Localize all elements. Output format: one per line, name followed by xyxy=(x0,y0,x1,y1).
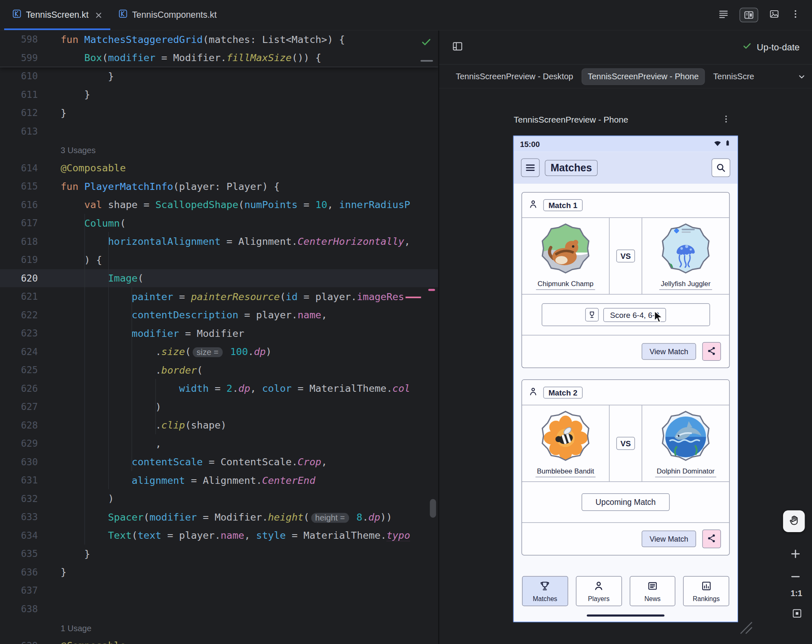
code-line[interactable]: 598fun MatchesStaggeredGrid(matches: Lis… xyxy=(0,30,438,49)
line-number[interactable]: 621 xyxy=(0,291,61,302)
line-number[interactable]: 635 xyxy=(0,548,61,559)
preview-tab[interactable]: TennisScreenPreview - Desktop xyxy=(449,68,579,85)
code-line[interactable]: 619 ) { xyxy=(0,251,438,269)
preview-tab[interactable]: TennisScreenPreview - Phone xyxy=(582,68,705,85)
code-line[interactable]: 631 alignment = Alignment.CenterEnd xyxy=(0,471,438,490)
view-match-button[interactable]: View Match xyxy=(642,530,696,547)
nav-item-news[interactable]: News xyxy=(629,576,675,606)
nav-item-rankings[interactable]: Rankings xyxy=(683,576,729,606)
code-editor[interactable]: 610 }611 }612}6133 Usages614@Composable6… xyxy=(0,30,439,644)
editor-tab[interactable]: TennisComponents.kt xyxy=(110,0,225,30)
line-number[interactable]: 631 xyxy=(0,475,61,485)
code-line[interactable]: 633 Spacer(modifier = Modifier.height(he… xyxy=(0,508,438,526)
code-line[interactable]: 635 } xyxy=(0,545,438,563)
preview-more-icon[interactable] xyxy=(722,114,731,126)
line-number[interactable]: 626 xyxy=(0,383,61,394)
player-avatar[interactable] xyxy=(660,410,711,463)
code-line[interactable]: 621 painter = painterResource(id = playe… xyxy=(0,287,438,306)
fit-screen-button[interactable] xyxy=(791,608,803,619)
zoom-in-button[interactable] xyxy=(789,548,802,560)
line-number[interactable]: 623 xyxy=(0,328,61,339)
code-line[interactable]: 629 , xyxy=(0,434,438,453)
code-line[interactable]: 634 Text(text = player.name, style = Mat… xyxy=(0,526,438,545)
line-number[interactable]: 628 xyxy=(0,420,61,431)
code-line[interactable]: 623 modifier = Modifier xyxy=(0,324,438,343)
share-button[interactable] xyxy=(702,530,721,548)
phone-preview[interactable]: 15:00 Matches xyxy=(513,136,738,623)
line-number[interactable]: 616 xyxy=(0,199,61,210)
code-line[interactable]: 618 horizontalAlignment = Alignment.Cent… xyxy=(0,232,438,251)
more-vertical-icon[interactable] xyxy=(790,8,800,22)
line-number[interactable]: 619 xyxy=(0,254,61,265)
line-number[interactable]: 624 xyxy=(0,346,61,357)
code-line[interactable]: 637 xyxy=(0,581,438,600)
line-number[interactable]: 636 xyxy=(0,567,61,578)
chevron-down-icon[interactable] xyxy=(792,65,807,88)
line-number[interactable]: 634 xyxy=(0,530,61,541)
code-line[interactable]: 624 .size(size = 100.dp) xyxy=(0,342,438,361)
code-line[interactable]: 615fun PlayerMatchInfo(player: Player) { xyxy=(0,177,438,196)
line-number[interactable]: 617 xyxy=(0,218,61,228)
line-number[interactable]: 614 xyxy=(0,162,61,173)
line-number[interactable]: 632 xyxy=(0,493,61,504)
line-number[interactable]: 615 xyxy=(0,181,61,192)
line-number[interactable]: 613 xyxy=(0,125,61,136)
zoom-out-button[interactable] xyxy=(789,571,802,583)
editor-tab[interactable]: TennisScreen.kt xyxy=(4,0,110,30)
line-number[interactable]: 633 xyxy=(0,511,61,522)
line-number[interactable]: 611 xyxy=(0,89,61,99)
line-number[interactable]: 630 xyxy=(0,457,61,467)
image-icon[interactable] xyxy=(769,8,780,22)
line-number[interactable]: 625 xyxy=(0,365,61,375)
code-line[interactable]: 622 contentDescription = player.name, xyxy=(0,305,438,324)
line-number[interactable]: 629 xyxy=(0,438,61,449)
scrollbar-thumb[interactable] xyxy=(430,499,436,518)
code-line[interactable]: 616 val shape = ScallopedShape(numPoints… xyxy=(0,195,438,214)
line-number[interactable]: 637 xyxy=(0,585,61,596)
line-number[interactable]: 599 xyxy=(0,52,61,63)
code-line[interactable]: 632 ) xyxy=(0,490,438,508)
error-stripe-mark[interactable] xyxy=(428,289,435,291)
line-number[interactable]: 612 xyxy=(0,107,61,118)
line-number[interactable]: 622 xyxy=(0,310,61,320)
nav-item-players[interactable]: Players xyxy=(576,576,622,606)
code-line[interactable]: 620 Image( xyxy=(0,269,438,287)
zoom-level-button[interactable]: 1:1 xyxy=(791,589,802,599)
inspections-ok-icon[interactable] xyxy=(420,36,432,50)
share-button[interactable] xyxy=(702,342,721,361)
menu-button[interactable] xyxy=(521,159,539,177)
code-line[interactable]: 613 xyxy=(0,122,438,140)
line-number[interactable]: 627 xyxy=(0,401,61,412)
code-line[interactable]: 638 xyxy=(0,600,438,618)
list-icon[interactable] xyxy=(718,8,729,22)
line-number[interactable]: 618 xyxy=(0,236,61,246)
resize-grip[interactable] xyxy=(738,620,753,637)
code-line[interactable]: 625 .border( xyxy=(0,361,438,379)
code-line[interactable]: 1 Usage xyxy=(0,618,438,637)
line-number[interactable]: 620 xyxy=(0,272,61,283)
pan-tool-button[interactable] xyxy=(783,510,805,532)
line-number[interactable]: 639 xyxy=(0,640,61,644)
player-avatar[interactable] xyxy=(540,410,591,463)
code-line[interactable]: 614@Composable xyxy=(0,159,438,177)
code-line[interactable]: 617 Column( xyxy=(0,214,438,232)
nav-item-matches[interactable]: Matches xyxy=(522,576,568,606)
code-line[interactable]: 626 width = 2.dp, color = MaterialTheme.… xyxy=(0,379,438,398)
player-avatar[interactable] xyxy=(660,223,711,276)
code-line[interactable]: 628 .clip(shape) xyxy=(0,416,438,435)
code-line[interactable]: 636} xyxy=(0,563,438,582)
close-icon[interactable] xyxy=(95,12,102,18)
search-button[interactable] xyxy=(712,159,730,177)
code-line[interactable]: 627 ) xyxy=(0,398,438,416)
code-line[interactable]: 630 contentScale = ContentScale.Crop, xyxy=(0,453,438,471)
code-line[interactable]: 3 Usages xyxy=(0,140,438,159)
preview-tab[interactable]: TennisScre xyxy=(707,68,760,85)
line-number[interactable]: 638 xyxy=(0,604,61,614)
code-line[interactable]: 610 } xyxy=(0,67,438,85)
code-line[interactable]: 612} xyxy=(0,104,438,122)
line-number[interactable]: 610 xyxy=(0,71,61,81)
view-match-button[interactable]: View Match xyxy=(642,343,696,360)
code-line[interactable]: 599 Box(modifier = Modifier.fillMaxSize(… xyxy=(0,48,438,67)
preview-canvas[interactable]: TennisScreenPreview - Phone 15:00 xyxy=(439,88,812,644)
line-number[interactable]: 598 xyxy=(0,34,61,45)
